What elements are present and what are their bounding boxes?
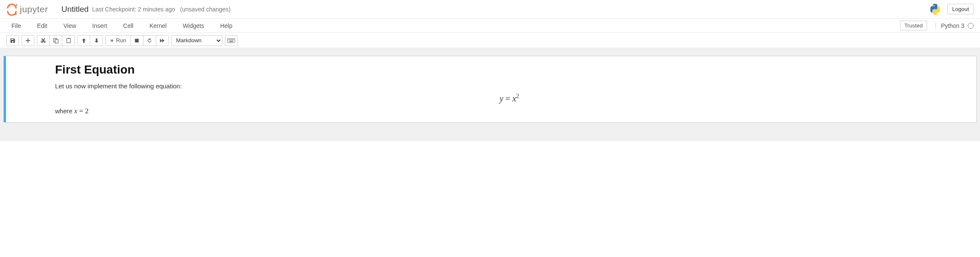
cell-content: First Equation Let us now implement the …: [51, 60, 972, 118]
header-bar: jupyter Untitled Last Checkpoint: 2 minu…: [0, 0, 980, 19]
prompt-area: [8, 60, 51, 118]
stop-button[interactable]: [131, 35, 144, 46]
save-icon: [10, 38, 16, 44]
svg-rect-8: [135, 38, 139, 42]
save-button[interactable]: [6, 35, 19, 46]
move-up-button[interactable]: [78, 35, 90, 46]
menu-kernel[interactable]: Kernel: [144, 20, 172, 32]
svg-rect-11: [230, 39, 230, 40]
notebook-name[interactable]: Untitled: [61, 5, 89, 14]
menu-file[interactable]: File: [6, 20, 26, 32]
eq-sign: =: [503, 94, 512, 103]
eq-rhs-exp: 2: [516, 93, 519, 99]
move-down-button[interactable]: [90, 35, 103, 46]
svg-text:jupyter: jupyter: [19, 4, 48, 14]
svg-rect-7: [68, 38, 69, 38]
jupyter-logo[interactable]: jupyter: [6, 3, 56, 16]
trusted-indicator[interactable]: Trusted: [900, 21, 927, 30]
menu-insert[interactable]: Insert: [87, 20, 112, 32]
checkpoint-prefix: Last Checkpoint:: [92, 6, 138, 13]
paste-icon: [66, 38, 72, 44]
arrow-up-icon: [81, 38, 87, 44]
cut-button[interactable]: [37, 35, 50, 46]
kernel-label: Python 3: [941, 22, 964, 29]
svg-rect-13: [232, 39, 233, 40]
svg-rect-10: [229, 39, 230, 40]
svg-rect-12: [231, 39, 232, 40]
toolbar: Run Markdown: [0, 33, 980, 48]
notebook-area: First Equation Let us now implement the …: [0, 48, 980, 141]
add-cell-button[interactable]: [22, 35, 34, 46]
paste-button[interactable]: [62, 35, 75, 46]
fast-forward-icon: [159, 38, 165, 44]
copy-button[interactable]: [50, 35, 62, 46]
svg-rect-9: [227, 38, 235, 43]
run-icon: [110, 38, 114, 43]
cell-type-select[interactable]: Markdown: [172, 35, 222, 46]
cell-heading: First Equation: [55, 63, 963, 77]
equation-display: y = x2: [55, 93, 963, 104]
svg-rect-6: [66, 38, 70, 43]
where-prefix: where: [55, 107, 74, 115]
where-clause: where x = 2: [55, 107, 963, 115]
restart-button[interactable]: [144, 35, 156, 46]
checkpoint-status: Last Checkpoint: 2 minutes ago (unsaved …: [92, 6, 230, 13]
markdown-cell[interactable]: First Equation Let us now implement the …: [4, 56, 976, 122]
menu-cell[interactable]: Cell: [118, 20, 138, 32]
menu-widgets[interactable]: Widgets: [177, 20, 209, 32]
run-all-button[interactable]: [156, 35, 169, 46]
where-eq: =: [78, 107, 85, 115]
checkpoint-time: 2 minutes ago: [138, 6, 175, 13]
svg-rect-14: [233, 39, 234, 40]
menu-edit[interactable]: Edit: [32, 20, 53, 32]
plus-icon: [25, 38, 31, 44]
restart-icon: [147, 38, 152, 44]
svg-point-1: [15, 13, 17, 15]
where-val: 2: [85, 107, 89, 115]
svg-rect-5: [55, 39, 58, 43]
run-label: Run: [116, 37, 126, 44]
menu-view[interactable]: View: [58, 20, 81, 32]
where-var: x: [74, 107, 78, 115]
scissors-icon: [40, 38, 46, 44]
cell-intro: Let us now implement the following equat…: [55, 82, 963, 90]
kernel-status-icon: [968, 23, 974, 29]
svg-rect-15: [229, 41, 233, 41]
stop-icon: [134, 38, 140, 44]
arrow-down-icon: [94, 38, 100, 44]
kernel-name[interactable]: Python 3: [936, 22, 974, 29]
logout-button[interactable]: Logout: [947, 4, 974, 14]
menu-bar: File Edit View Insert Cell Kernel Widget…: [0, 19, 980, 33]
copy-icon: [53, 38, 59, 44]
menu-help[interactable]: Help: [215, 20, 238, 32]
notebook-container: First Equation Let us now implement the …: [3, 56, 977, 123]
unsaved-label: (unsaved changes): [180, 6, 230, 13]
keyboard-icon: [227, 38, 235, 44]
python-logo-icon: [929, 3, 941, 16]
run-button[interactable]: Run: [105, 35, 131, 46]
svg-point-2: [16, 4, 17, 5]
eq-rhs-base: x: [512, 94, 516, 103]
command-palette-button[interactable]: [225, 35, 238, 46]
